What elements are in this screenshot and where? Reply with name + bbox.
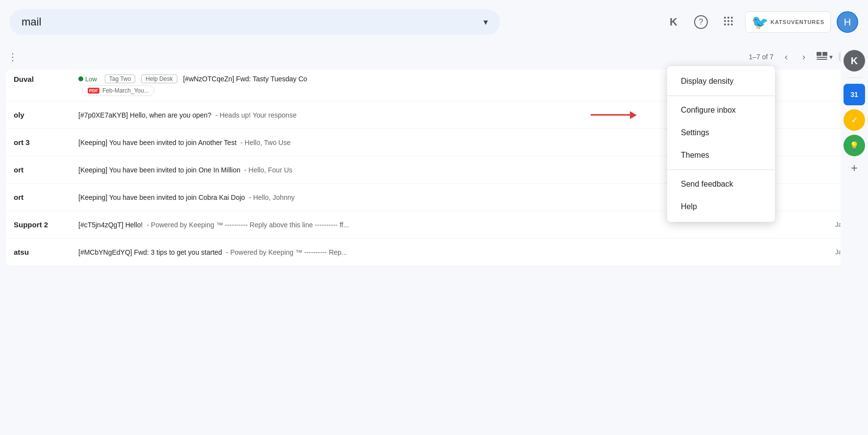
menu-divider-1 [667, 96, 775, 96]
priority-badge: Low [78, 75, 97, 83]
svg-point-5 [731, 20, 733, 22]
view-toggle-button[interactable]: ▾ [813, 49, 837, 65]
katsu-bird-icon: 🐦 [751, 14, 769, 30]
menu-item-help[interactable]: Help [667, 195, 775, 218]
tasks-icon: ✓ [851, 115, 858, 125]
app-title: mail [22, 16, 41, 28]
svg-point-0 [724, 17, 726, 19]
email-content: [#MCbYNgEdYQ] Fwd: 3 tips to get you sta… [72, 248, 835, 256]
view-dropdown-icon: ▾ [829, 53, 833, 61]
katsu-logo-text: KATSUVENTURES [771, 19, 824, 25]
right-sidebar: K 31 ✓ 💡 + [841, 44, 868, 435]
k-letter: K [851, 55, 858, 67]
settings-dropdown-menu: Display density Configure inbox Settings… [667, 66, 775, 222]
avatar-letter: H [844, 17, 851, 28]
sidebar-tasks-icon[interactable]: ✓ [844, 109, 865, 131]
sidebar-divider [846, 77, 862, 78]
svg-point-7 [727, 24, 729, 25]
top-bar-icons: K ? 🐦 KATSUVENTURES H [663, 11, 858, 33]
sidebar-k-icon[interactable]: K [844, 50, 865, 72]
add-icon: + [851, 161, 858, 175]
katsu-logo[interactable]: 🐦 KATSUVENTURES [745, 11, 831, 33]
email-preview: - Hello, Two Use [241, 139, 290, 146]
arrow-line [591, 114, 630, 116]
search-bar[interactable]: mail ▾ [10, 9, 500, 35]
email-subject: [#7p0XE7aKYB] Hello, when are you open? [78, 111, 212, 119]
attachment-name: Feb-March_You... [102, 87, 149, 94]
email-subject: [#MCbYNgEdYQ] Fwd: 3 tips to get you sta… [78, 248, 222, 256]
tag-two-badge: Tag Two [105, 74, 135, 83]
sidebar-keep-icon[interactable]: 💡 [844, 135, 865, 156]
email-sender: oly [14, 111, 72, 119]
help-desk-badge: Help Desk [141, 74, 177, 83]
email-sender: ort [14, 166, 72, 174]
menu-item-themes[interactable]: Themes [667, 144, 775, 167]
svg-point-4 [727, 20, 729, 22]
email-sender: atsu [14, 248, 72, 256]
email-sender: Duval [14, 75, 72, 83]
menu-item-settings[interactable]: Settings [667, 121, 775, 144]
prev-page-button[interactable]: ‹ [777, 48, 795, 66]
attachment-chip: PDF Feb-March_You... [82, 85, 154, 96]
search-dropdown-icon[interactable]: ▾ [483, 17, 488, 27]
svg-point-3 [724, 20, 726, 22]
menu-item-display-density[interactable]: Display density [667, 70, 775, 93]
sidebar-add-button[interactable]: + [846, 160, 862, 176]
menu-divider-2 [667, 169, 775, 170]
email-subject: [Keeping] You have been invited to join … [78, 166, 241, 174]
svg-rect-11 [817, 57, 827, 58]
k-icon-button[interactable]: K [663, 11, 684, 33]
email-subject: [#cT5jn4zQgT] Hello! [78, 221, 143, 229]
svg-point-8 [731, 24, 733, 25]
more-options-icon[interactable]: ⋮ [4, 47, 22, 67]
calendar-number: 31 [850, 91, 858, 98]
grid-icon [723, 16, 733, 28]
menu-item-send-feedback[interactable]: Send feedback [667, 173, 775, 195]
svg-rect-12 [817, 59, 827, 60]
email-subject: [#wNzOTCqeZn] Fwd: Tasty Tuesday Co [183, 75, 307, 83]
email-preview: - Hello, Four Us [244, 166, 292, 174]
email-subject: [Keeping] You have been invited to join … [78, 193, 245, 201]
svg-point-6 [724, 24, 726, 25]
priority-dot [78, 76, 83, 81]
apps-grid-button[interactable] [718, 11, 739, 33]
svg-rect-10 [822, 52, 827, 56]
k-letter-icon: K [670, 16, 677, 28]
pagination-text: 1–7 of 7 [748, 53, 773, 61]
svg-point-2 [731, 17, 733, 19]
arrow-head [630, 111, 637, 119]
sidebar-calendar-icon[interactable]: 31 [844, 84, 865, 105]
email-preview: - Hello, Johnny [249, 193, 294, 201]
table-row[interactable]: atsu [#MCbYNgEdYQ] Fwd: 3 tips to get yo… [6, 239, 862, 266]
menu-item-configure-inbox[interactable]: Configure inbox [667, 99, 775, 121]
email-preview: - Powered by Keeping ™ ---------- Rep... [226, 248, 347, 256]
email-preview: - Powered by Keeping ™ ---------- Reply … [147, 221, 349, 229]
pdf-icon: PDF [88, 88, 99, 94]
svg-rect-9 [817, 52, 821, 56]
next-page-button[interactable]: › [795, 48, 813, 66]
help-button[interactable]: ? [690, 11, 712, 33]
email-sender: ort [14, 193, 72, 201]
svg-point-1 [727, 17, 729, 19]
email-sender: ort 3 [14, 138, 72, 146]
user-avatar[interactable]: H [837, 11, 858, 33]
top-bar: mail ▾ K ? 🐦 KATSUVENTURES H [0, 0, 868, 44]
help-icon: ? [694, 15, 708, 29]
keep-icon: 💡 [849, 141, 859, 150]
view-icon [817, 52, 827, 62]
email-sender: Support 2 [14, 220, 72, 229]
email-preview: - Heads up! Your response [216, 111, 297, 119]
arrow-indicator [591, 111, 637, 119]
email-subject: [Keeping] You have been invited to join … [78, 139, 237, 146]
